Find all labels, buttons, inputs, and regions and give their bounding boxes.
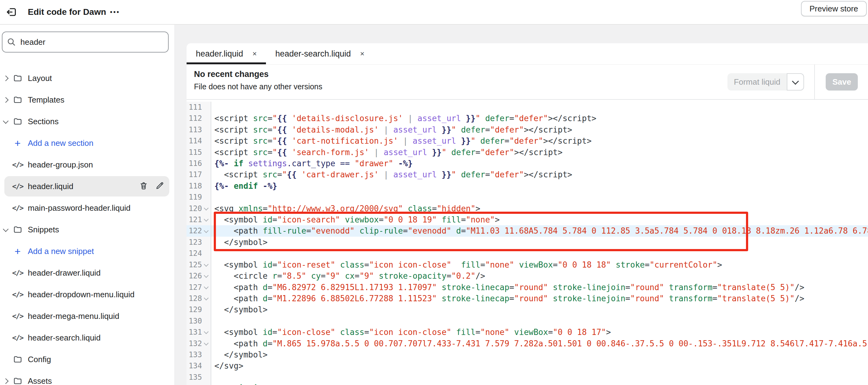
sidebar-item-header-mega-menu-liquid[interactable]: </>header-mega-menu.liquid	[0, 305, 175, 327]
folder-icon	[11, 95, 24, 105]
line-number: 118	[187, 180, 202, 191]
exit-editor-icon[interactable]	[4, 5, 19, 19]
sidebar-folder-assets[interactable]: Assets	[0, 370, 175, 385]
sidebar-item-header-liquid[interactable]: </>header.liquid	[0, 176, 175, 197]
version-status-subtitle: File does not have any other versions	[194, 82, 322, 91]
code-line-111[interactable]: 111	[187, 102, 868, 113]
fold-chevron-icon[interactable]	[204, 296, 209, 301]
sidebar-folder-templates[interactable]: Templates	[0, 89, 175, 111]
code-line-119[interactable]: 119	[187, 191, 868, 203]
sidebar-folder-snippets[interactable]: Snippets	[0, 219, 175, 240]
sidebar-action-add-a-new-section[interactable]: +Add a new section	[0, 132, 175, 154]
fold-chevron-icon[interactable]	[204, 228, 209, 233]
code-line-134[interactable]: 134</svg>	[187, 360, 868, 372]
gutter: 118	[187, 180, 211, 191]
chevron-right-icon[interactable]	[3, 378, 8, 384]
close-tab-icon[interactable]: ×	[360, 50, 365, 57]
code-line-128[interactable]: 128 <path d="M1.22896 6.88502L6.77288 1.…	[187, 293, 868, 304]
sidebar-item-label: header-drawer.liquid	[28, 268, 101, 278]
code-editor[interactable]: 111112<script src="{{ 'details-disclosur…	[187, 100, 868, 385]
fold-chevron-icon[interactable]	[204, 284, 209, 289]
gutter: 113	[187, 124, 211, 135]
code-line-130[interactable]: 130	[187, 316, 868, 327]
chevron-down-icon[interactable]	[3, 226, 8, 232]
search-input[interactable]	[20, 37, 157, 47]
preview-store-button[interactable]: Preview store	[801, 1, 867, 17]
fold-chevron-icon[interactable]	[204, 206, 209, 211]
fold-chevron-icon[interactable]	[204, 273, 209, 278]
line-number: 133	[187, 349, 202, 360]
code-line-121[interactable]: 121 <symbol id="icon-search" viewbox="0 …	[187, 214, 868, 225]
gutter: 114	[187, 135, 211, 146]
code-line-126[interactable]: 126 <circle r="8.5" cy="9" cx="9" stroke…	[187, 270, 868, 282]
fold-chevron-icon[interactable]	[204, 262, 209, 267]
code-line-content: <script src="{{ 'search-form.js' | asset…	[211, 147, 562, 158]
code-line-120[interactable]: 120<svg xmlns="http://www.w3.org/2000/sv…	[187, 203, 868, 214]
tab-header-search-liquid[interactable]: header-search.liquid×	[266, 43, 374, 64]
pencil-icon[interactable]	[155, 181, 164, 192]
gutter: 125	[187, 259, 211, 270]
sidebar-item-label: Snippets	[28, 225, 59, 235]
line-number: 127	[187, 282, 202, 293]
code-line-132[interactable]: 132 <path d="M.865 15.978a.5.5 0 00.707.…	[187, 338, 868, 349]
code-line-129[interactable]: 129 </symbol>	[187, 304, 868, 315]
sidebar-folder-config[interactable]: Config	[0, 349, 175, 370]
code-line-112[interactable]: 112<script src="{{ 'details-disclosure.j…	[187, 113, 868, 124]
line-number: 114	[187, 135, 202, 146]
close-tab-icon[interactable]: ×	[252, 50, 257, 57]
code-line-content: <script src="{{ 'details-modal.js' | ass…	[211, 124, 572, 135]
format-liquid-dropdown[interactable]	[787, 73, 804, 91]
trash-icon[interactable]	[139, 181, 148, 192]
sidebar-action-add-a-new-snippet[interactable]: +Add a new snippet	[0, 240, 175, 262]
sidebar-item-label: header-mega-menu.liquid	[28, 312, 119, 321]
line-number: 136	[187, 383, 202, 385]
code-file-icon: </>	[11, 291, 24, 298]
fold-chevron-icon[interactable]	[204, 217, 209, 222]
chevron-down-icon[interactable]	[3, 118, 8, 124]
code-line-127[interactable]: 127 <path d="M6.82972 6.82915L1.17193 1.…	[187, 282, 868, 293]
sidebar-item-header-search-liquid[interactable]: </>header-search.liquid	[0, 327, 175, 349]
code-line-122[interactable]: 122 <path fill-rule="evenodd" clip-rule=…	[187, 225, 868, 236]
sidebar-item-header-dropdown-menu-liquid[interactable]: </>header-dropdown-menu.liquid	[0, 284, 175, 305]
code-line-133[interactable]: 133 </symbol>	[187, 349, 868, 360]
code-line-content: <symbol id="icon-reset" class="icon icon…	[211, 259, 722, 270]
chevron-right-icon[interactable]	[3, 97, 8, 102]
sidebar-folder-sections[interactable]: Sections	[0, 111, 175, 132]
page-title: Edit code for Dawn	[28, 0, 106, 24]
code-line-117[interactable]: 117 <script src="{{ 'cart-drawer.js' | a…	[187, 169, 868, 180]
code-line-131[interactable]: 131 <symbol id="icon-close" class="icon …	[187, 327, 868, 338]
code-line-116[interactable]: 116{%- if settings.cart_type == "drawer"…	[187, 158, 868, 169]
sidebar-item-header-group-json[interactable]: </>header-group.json	[0, 154, 175, 176]
sidebar-folder-layout[interactable]: Layout	[0, 67, 175, 89]
code-line-136[interactable]: 136{%- liquid	[187, 383, 868, 385]
fold-chevron-icon[interactable]	[204, 329, 209, 334]
sidebar-item-label: Layout	[28, 73, 52, 83]
code-line-114[interactable]: 114<script src="{{ 'cart-notification.js…	[187, 135, 868, 146]
code-line-124[interactable]: 124	[187, 248, 868, 259]
tab-header-liquid[interactable]: header.liquid×	[187, 43, 266, 64]
code-line-content	[211, 102, 214, 113]
file-search[interactable]	[2, 31, 169, 53]
gutter: 111	[187, 102, 211, 113]
tab-bar: header.liquid×header-search.liquid×	[187, 43, 868, 65]
code-file-icon: </>	[11, 269, 24, 277]
code-line-125[interactable]: 125 <symbol id="icon-reset" class="icon …	[187, 259, 868, 270]
chevron-right-icon[interactable]	[3, 76, 8, 81]
fold-chevron-icon[interactable]	[204, 340, 209, 346]
code-line-135[interactable]: 135	[187, 372, 868, 383]
code-line-123[interactable]: 123 </symbol>	[187, 237, 868, 248]
code-line-118[interactable]: 118{%- endif -%}	[187, 180, 868, 191]
line-number: 123	[187, 237, 202, 248]
code-line-115[interactable]: 115<script src="{{ 'search-form.js' | as…	[187, 147, 868, 158]
format-liquid-button[interactable]: Format liquid	[727, 73, 787, 91]
gutter: 115	[187, 147, 211, 158]
more-options-menu[interactable]: •••	[110, 0, 120, 24]
sidebar-item-main-password-header-liquid[interactable]: </>main-password-header.liquid	[0, 197, 175, 219]
code-line-113[interactable]: 113<script src="{{ 'details-modal.js' | …	[187, 124, 868, 135]
sidebar-item-header-drawer-liquid[interactable]: </>header-drawer.liquid	[0, 262, 175, 284]
code-line-content: <path d="M6.82972 6.82915L1.17193 1.1709…	[211, 282, 804, 293]
code-line-content: {%- if settings.cart_type == "drawer" -%…	[211, 158, 413, 169]
save-button[interactable]: Save	[826, 73, 858, 91]
code-line-content	[211, 372, 214, 383]
line-number: 122	[187, 225, 202, 236]
